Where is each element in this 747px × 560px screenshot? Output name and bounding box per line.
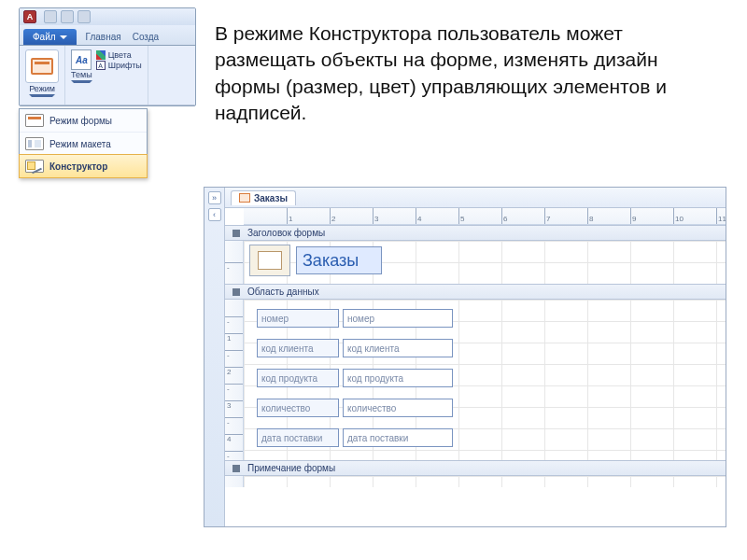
title-label-control[interactable]: Заказы — [296, 246, 382, 274]
mode-button[interactable] — [25, 49, 59, 83]
themes-icon[interactable]: Aa — [71, 49, 92, 70]
field-row[interactable]: количествоколичество — [257, 399, 453, 417]
colors-icon — [96, 50, 106, 60]
horizontal-ruler: 1234567891011 — [244, 208, 726, 225]
design-grid — [244, 476, 726, 487]
logo-placeholder-icon — [258, 251, 282, 270]
mode-menu-form-view[interactable]: Режим формы — [20, 109, 147, 132]
vertical-ruler: -1-2-3-4- — [225, 300, 244, 460]
colors-label: Цвета — [108, 50, 132, 60]
field-row[interactable]: код продуктакод продукта — [257, 369, 453, 387]
field-label-control[interactable]: номер — [257, 309, 339, 328]
document-tab-orders[interactable]: Заказы — [231, 190, 296, 205]
fonts-icon: A — [96, 61, 106, 70]
qat-redo-icon[interactable] — [78, 10, 91, 23]
nav-expand-icon[interactable]: » — [208, 191, 221, 204]
section-bar-detail[interactable]: Область данных — [225, 284, 726, 300]
design-view-icon — [25, 160, 44, 173]
title-bar: A — [20, 8, 195, 25]
explanatory-paragraph: В режиме Конструктора пользователь может… — [215, 21, 710, 126]
group-themes: Aa Темы Цвета A Шрифты — [65, 46, 148, 105]
fonts-label: Шрифты — [108, 61, 142, 70]
qat-save-icon[interactable] — [44, 10, 57, 23]
themes-group-label: Темы — [71, 70, 92, 83]
vertical-ruler — [225, 476, 244, 487]
layout-view-icon — [25, 137, 44, 150]
design-surface: 1234567891011 Заголовок формы - Заказы О… — [225, 208, 726, 526]
document-tab-bar: Заказы — [225, 188, 726, 208]
field-textbox-control[interactable]: код клиента — [343, 339, 453, 357]
nav-search-icon[interactable]: ‹ — [208, 208, 221, 221]
mode-menu-layout-view[interactable]: Режим макета — [20, 132, 147, 155]
file-tab[interactable]: Файл — [23, 29, 77, 45]
mode-menu-label: Конструктор — [49, 161, 107, 172]
mode-group-label: Режим — [29, 84, 55, 97]
section-bar-form-footer[interactable]: Примечание формы — [225, 460, 726, 476]
form-footer-area[interactable] — [225, 476, 726, 487]
qat-undo-icon[interactable] — [61, 10, 74, 23]
mode-menu-label: Режим формы — [49, 116, 112, 126]
field-label-control[interactable]: код продукта — [257, 369, 339, 387]
field-textbox-control[interactable]: номер — [343, 309, 453, 328]
field-textbox-control[interactable]: дата поставки — [343, 428, 453, 447]
quick-access-toolbar — [44, 10, 91, 23]
mode-menu-design-view[interactable]: Конструктор — [19, 154, 148, 178]
access-app-icon: A — [23, 10, 36, 23]
mode-dropdown: Режим формы Режим макета Конструктор — [19, 108, 148, 178]
field-label-control[interactable]: дата поставки — [257, 428, 339, 447]
field-textbox-control[interactable]: количество — [343, 399, 453, 417]
detail-area[interactable]: -1-2-3-4- номерномеркод клиентакод клиен… — [225, 300, 726, 460]
field-label-control[interactable]: количество — [257, 399, 339, 417]
ribbon: A Файл Главная Созда Режим Aa — [19, 7, 196, 106]
nav-pane-collapsed[interactable]: » ‹ — [204, 188, 225, 526]
tab-create[interactable]: Созда — [127, 29, 164, 45]
colors-button[interactable]: Цвета — [96, 50, 142, 60]
section-bar-form-header[interactable]: Заголовок формы — [225, 225, 726, 241]
field-row[interactable]: дата поставкидата поставки — [257, 428, 453, 447]
tab-home[interactable]: Главная — [80, 29, 127, 45]
form-view-icon — [31, 58, 53, 75]
field-label-control[interactable]: код клиента — [257, 339, 339, 357]
field-row[interactable]: номерномер — [257, 309, 453, 328]
group-mode: Режим — [20, 46, 65, 105]
form-header-area[interactable]: - Заказы — [225, 241, 726, 284]
mode-menu-label: Режим макета — [49, 139, 111, 149]
form-view-icon — [25, 114, 44, 127]
vertical-ruler: - — [225, 241, 244, 284]
field-textbox-control[interactable]: код продукта — [343, 369, 453, 387]
form-object-icon — [239, 193, 250, 203]
document-tab-label: Заказы — [254, 193, 288, 203]
fonts-button[interactable]: A Шрифты — [96, 61, 142, 70]
ribbon-tabs: Файл Главная Созда — [20, 25, 195, 46]
logo-control[interactable] — [249, 245, 290, 276]
field-row[interactable]: код клиентакод клиента — [257, 339, 453, 357]
ribbon-body: Режим Aa Темы Цвета A Шр — [20, 46, 195, 105]
form-designer: Элементы управления » ‹ Заказы 123456789… — [204, 187, 726, 527]
